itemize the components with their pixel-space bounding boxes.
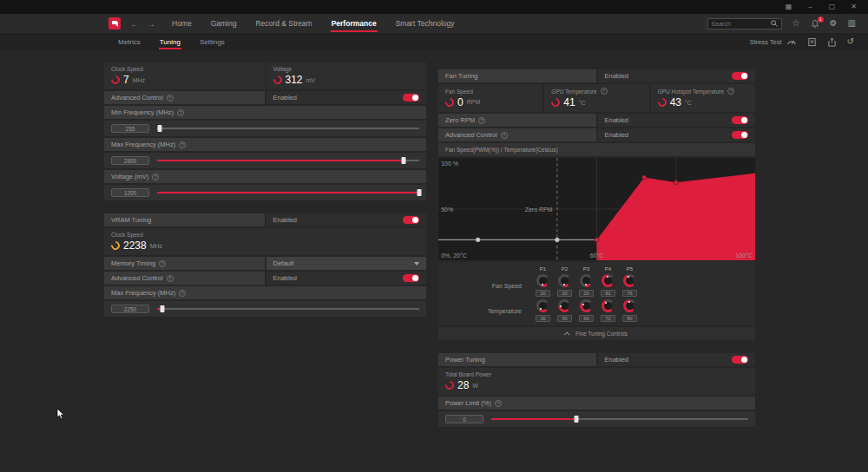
max-frequency-input[interactable]: 2800 <box>111 156 149 165</box>
gpu-advanced-control-toggle[interactable] <box>403 94 419 102</box>
slider-handle[interactable] <box>574 416 578 423</box>
knob-value-box[interactable]: 50 <box>557 315 572 322</box>
power-tuning-toggle[interactable] <box>732 356 748 364</box>
voltage-input[interactable]: 1200 <box>111 188 149 197</box>
knob-value-box[interactable]: 20 <box>557 290 572 297</box>
amd-adrenalin-window: ▦ – ▢ ✕ ← → Home Gaming Record & Stream … <box>0 0 868 472</box>
nav-item-performance[interactable]: Performance <box>322 14 386 33</box>
chevron-up-icon <box>564 331 570 338</box>
layout-icon[interactable]: ▥ <box>848 19 856 28</box>
knob-column-header: P1 <box>532 266 554 272</box>
nav-item-record-stream[interactable]: Record & Stream <box>246 14 321 33</box>
fan-curve-chart[interactable]: 100 %50%0%, 20°C60°C100°CZero RPM <box>438 158 755 260</box>
tuning-knob[interactable] <box>536 274 549 287</box>
nav-item-smart-technology[interactable]: Smart Technology <box>386 14 464 33</box>
info-icon[interactable] <box>495 400 502 407</box>
tuning-knob[interactable] <box>536 299 549 312</box>
back-icon[interactable]: ← <box>130 19 139 29</box>
info-icon[interactable] <box>179 290 186 297</box>
info-icon[interactable] <box>478 117 485 124</box>
slider-handle[interactable] <box>161 305 165 312</box>
nav-item-home[interactable]: Home <box>162 14 201 33</box>
tuning-knob[interactable] <box>558 299 571 312</box>
fine-tuning-collapse[interactable]: Fine Tuning Controls <box>438 327 755 340</box>
nav-item-gaming[interactable]: Gaming <box>201 14 247 33</box>
knob-value-box[interactable]: 60 <box>579 315 594 322</box>
voltage-slider[interactable] <box>157 188 419 197</box>
knob-value-box[interactable]: 80 <box>622 315 637 322</box>
gauge-icon <box>444 379 456 391</box>
tuning-knob[interactable] <box>558 274 571 287</box>
close-button[interactable]: ✕ <box>843 0 865 14</box>
maximize-button[interactable]: ▢ <box>821 0 843 14</box>
fan-advanced-control-toggle[interactable] <box>732 131 748 139</box>
max-frequency-slider[interactable] <box>157 156 419 165</box>
knob-column-header: P3 <box>575 266 597 272</box>
memory-timing-label: Memory Timing <box>104 257 265 270</box>
search-field[interactable] <box>712 21 768 27</box>
slider-handle[interactable] <box>401 157 405 164</box>
svg-text:100 %: 100 % <box>441 161 458 167</box>
knob-value-box[interactable]: 76 <box>622 290 637 297</box>
apps-icon[interactable]: ▦ <box>778 0 799 14</box>
info-icon[interactable] <box>167 95 174 102</box>
notifications-icon[interactable]: 1 <box>811 19 819 29</box>
vram-clock-gauge: Clock Speed 2238MHz <box>104 228 426 255</box>
fan-tuning-toggle[interactable] <box>732 72 748 80</box>
min-frequency-label: Min Frequency (MHz) <box>104 106 426 119</box>
knob-value-box[interactable]: 30 <box>536 315 550 322</box>
knob-column-header: P4 <box>597 266 619 272</box>
vram-max-frequency-input[interactable]: 2250 <box>111 305 149 313</box>
knob-value-box[interactable]: 20 <box>536 290 550 297</box>
fan-tuning-title: Fan Tuning <box>438 69 596 82</box>
power-limit-input[interactable]: 0 <box>445 415 483 423</box>
min-frequency-slider[interactable] <box>157 124 419 133</box>
slider-handle[interactable] <box>418 189 422 196</box>
info-icon[interactable] <box>501 132 508 139</box>
vram-max-frequency-slider[interactable] <box>157 305 419 313</box>
zero-rpm-toggle[interactable] <box>732 116 748 124</box>
settings-icon[interactable]: ⚙ <box>830 19 838 28</box>
tuning-knob[interactable] <box>623 299 636 312</box>
svg-text:50%: 50% <box>441 206 453 213</box>
info-icon[interactable] <box>727 88 734 95</box>
export-icon[interactable] <box>827 37 837 47</box>
chevron-down-icon <box>414 262 419 266</box>
svg-text:60°C: 60°C <box>590 252 604 259</box>
knob-value-box[interactable]: 72 <box>601 315 615 322</box>
info-icon[interactable] <box>152 174 159 180</box>
knob-column-header: P5 <box>619 266 641 272</box>
forward-icon[interactable]: → <box>147 19 155 29</box>
gauge-icon <box>109 239 122 252</box>
favorites-icon[interactable]: ☆ <box>792 19 800 28</box>
tuning-knob[interactable] <box>580 274 593 287</box>
slider-handle[interactable] <box>158 125 162 132</box>
tuning-knob[interactable] <box>580 299 593 312</box>
info-icon[interactable] <box>167 275 174 282</box>
memory-timing-dropdown[interactable]: Default <box>266 257 427 270</box>
tuning-knob[interactable] <box>602 274 615 287</box>
tab-metrics[interactable]: Metrics <box>108 33 150 50</box>
power-limit-slider[interactable] <box>491 415 748 423</box>
min-frequency-input[interactable]: 255 <box>111 124 149 133</box>
search-input[interactable] <box>707 18 782 30</box>
vram-tuning-panel: VRAM Tuning Enabled Clock Speed 2238MHz … <box>104 213 426 317</box>
info-icon[interactable] <box>177 109 184 116</box>
stress-test-button[interactable]: Stress Test <box>750 37 797 46</box>
vram-tuning-toggle[interactable] <box>403 216 419 224</box>
knob-value-box[interactable]: 81 <box>601 290 615 297</box>
knob-value-box[interactable]: 20 <box>579 290 594 297</box>
reset-icon[interactable]: ↺ <box>847 37 854 46</box>
tuning-knob[interactable] <box>602 299 615 312</box>
amd-logo[interactable] <box>108 17 121 30</box>
minimize-button[interactable]: – <box>799 0 821 14</box>
gauge-icon <box>656 96 668 108</box>
info-icon[interactable] <box>601 88 608 95</box>
info-icon[interactable] <box>179 141 186 148</box>
report-icon[interactable] <box>807 37 817 47</box>
tab-tuning[interactable]: Tuning <box>150 33 190 50</box>
vram-advanced-control-toggle[interactable] <box>403 274 419 282</box>
info-icon[interactable] <box>159 260 166 267</box>
tab-settings[interactable]: Settings <box>190 33 234 50</box>
tuning-knob[interactable] <box>623 274 636 287</box>
